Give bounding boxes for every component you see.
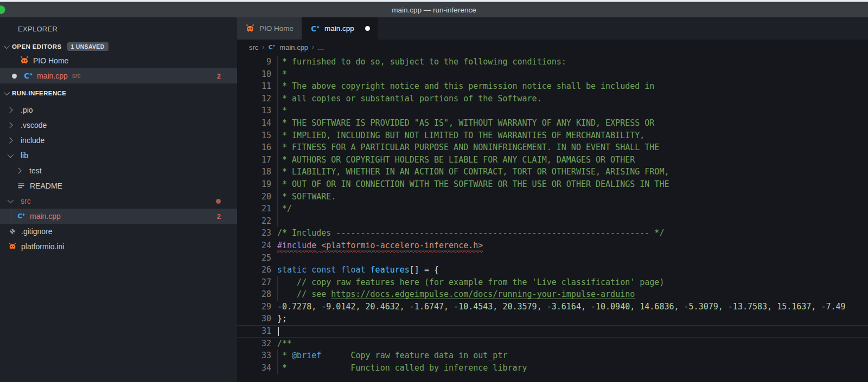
- code-line-34[interactable]: 34 * Function called by inference librar…: [237, 362, 868, 374]
- modified-dot-icon: [12, 74, 17, 79]
- title-bar: main.cpp — run-inference: [0, 2, 868, 17]
- code-line-17[interactable]: 17 * AUTHORS OR COPYRIGHT HOLDERS BE LIA…: [237, 154, 868, 166]
- indent-guide: [11, 209, 12, 224]
- code-line-29[interactable]: 29-0.7278, -9.0142, 20.4632, -1.6747, -1…: [237, 301, 868, 313]
- code-line-text: [271, 325, 277, 338]
- tab-main-cpp[interactable]: Cmain.cpp: [302, 17, 378, 40]
- explorer-sidebar: EXPLORER OPEN EDITORS 1 UNSAVED PIO Home…: [0, 17, 237, 382]
- tree-item-label: main.cpp: [30, 212, 61, 221]
- tree-item--pio[interactable]: .pio: [0, 102, 237, 118]
- chevron-right-icon: [7, 137, 12, 143]
- open-editors-section-header[interactable]: OPEN EDITORS 1 UNSAVED: [0, 40, 237, 53]
- code-line-text: [271, 215, 277, 228]
- code-line-18[interactable]: 18 * LIABILITY, WHETHER IN AN ACTION OF …: [237, 166, 868, 178]
- code-line-13[interactable]: 13 *: [237, 105, 868, 117]
- code-line-25[interactable]: 25: [237, 252, 868, 264]
- code-line-19[interactable]: 19 * OUT OF OR IN CONNECTION WITH THE SO…: [237, 178, 868, 191]
- cpp-icon: C: [310, 24, 320, 34]
- line-number: 20: [237, 191, 271, 203]
- editor-pane: PIO HomeCmain.cpp src›Cmain.cpp›... 9 * …: [237, 17, 868, 382]
- line-number: 25: [237, 252, 271, 264]
- code-line-text: */: [271, 203, 292, 215]
- tree-item--gitignore[interactable]: .gitignore: [0, 224, 237, 239]
- code-line-33[interactable]: 33 * @brief Copy raw feature data in out…: [237, 349, 868, 362]
- code-line-16[interactable]: 16 * FITNESS FOR A PARTICULAR PURPOSE AN…: [237, 141, 868, 154]
- explorer-title: EXPLORER: [0, 17, 237, 40]
- code-line-text: * AUTHORS OR COPYRIGHT HOLDERS BE LIABLE…: [271, 154, 635, 166]
- code-line-26[interactable]: 26static const float features[] = {: [237, 264, 868, 276]
- tree-item--vscode[interactable]: .vscode: [0, 118, 237, 133]
- code-line-9[interactable]: 9 * furnished to do so, subject to the f…: [237, 56, 868, 68]
- line-number: 27: [237, 276, 271, 289]
- breadcrumb: src›Cmain.cpp›...: [237, 40, 868, 55]
- line-number: 11: [237, 80, 271, 93]
- tree-item-main-cpp[interactable]: Cmain.cpp2: [0, 209, 237, 224]
- text-cursor: [278, 327, 279, 336]
- code-line-32[interactable]: 32/**: [237, 338, 868, 350]
- code-line-text: * SOFTWARE.: [271, 191, 336, 203]
- code-line-text: * THE SOFTWARE IS PROVIDED "AS IS", WITH…: [271, 117, 654, 130]
- breadcrumb-item[interactable]: ...: [318, 43, 324, 51]
- code-line-15[interactable]: 15 * IMPLIED, INCLUDING BUT NOT LIMITED …: [237, 130, 868, 142]
- workspace-section-header[interactable]: RUN-INFERENCE: [0, 87, 237, 100]
- tree-item-label: platformio.ini: [21, 242, 64, 251]
- open-editor-item-main-cpp[interactable]: Cmain.cppsrc2: [0, 68, 237, 83]
- code-line-21[interactable]: 21 */: [237, 203, 868, 215]
- error-squiggle: #include <platformio-accelero-inference.…: [277, 241, 483, 250]
- breadcrumb-item[interactable]: src: [249, 43, 258, 51]
- tree-item-label: lib: [21, 151, 28, 160]
- code-line-text: /**: [271, 338, 292, 350]
- code-line-14[interactable]: 14 * THE SOFTWARE IS PROVIDED "AS IS", W…: [237, 117, 868, 130]
- code-line-30[interactable]: 30};: [237, 313, 868, 325]
- traffic-light-green-button[interactable]: [0, 5, 5, 14]
- tree-item-label: include: [21, 136, 44, 145]
- tree-item-src[interactable]: src: [0, 193, 237, 209]
- platformio-icon: [20, 56, 29, 66]
- code-line-28[interactable]: 28 // see https://docs.edgeimpulse.com/d…: [237, 288, 868, 301]
- code-line-27[interactable]: 27 // copy raw features here (for exampl…: [237, 276, 868, 289]
- tree-item-platformio-ini[interactable]: platformio.ini: [0, 239, 237, 254]
- tree-item-label: .vscode: [21, 121, 47, 130]
- code-line-24[interactable]: 24#include <platformio-accelero-inferenc…: [237, 239, 868, 252]
- line-number: 12: [237, 93, 271, 105]
- svg-text:C: C: [269, 44, 273, 50]
- platformio-icon: [8, 242, 17, 251]
- line-number: 22: [237, 215, 271, 228]
- tree-item-label: .pio: [21, 106, 33, 114]
- cpp-icon: C: [23, 71, 33, 81]
- line-number: 28: [237, 288, 271, 301]
- line-number: 21: [237, 203, 271, 215]
- cpp-icon: C: [16, 211, 26, 221]
- code-line-22[interactable]: 22: [237, 215, 868, 228]
- tree-item-test[interactable]: test: [0, 163, 237, 178]
- code-editor[interactable]: 9 * furnished to do so, subject to the f…: [237, 55, 868, 382]
- code-line-10[interactable]: 10 *: [237, 68, 868, 81]
- code-line-text: * LIABILITY, WHETHER IN AN ACTION OF CON…: [271, 166, 669, 178]
- open-editor-detail: src: [72, 72, 81, 80]
- file-tree: .pio.vscodeincludelibtestREADMEsrcCmain.…: [0, 102, 237, 254]
- tree-item-include[interactable]: include: [0, 133, 237, 148]
- problems-count-badge: 2: [217, 72, 221, 80]
- code-line-12[interactable]: 12 * all copies or substantial portions …: [237, 93, 868, 105]
- tree-item-label: test: [29, 166, 42, 175]
- code-line-20[interactable]: 20 * SOFTWARE.: [237, 191, 868, 203]
- code-line-text: #include <platformio-accelero-inference.…: [271, 239, 483, 252]
- open-editors-list: PIO HomeCmain.cppsrc2: [0, 53, 237, 83]
- code-line-31[interactable]: 31: [237, 325, 868, 338]
- chevron-down-icon: [8, 197, 14, 203]
- code-line-text: *: [271, 68, 287, 81]
- code-line-text: * Function called by inference library: [271, 362, 527, 374]
- code-line-23[interactable]: 23/* Includes --------------------------…: [237, 227, 868, 239]
- line-number: 19: [237, 178, 271, 191]
- open-editor-item-pio-home[interactable]: PIO Home: [0, 53, 237, 68]
- breadcrumb-item[interactable]: main.cpp: [279, 43, 308, 51]
- code-line-text: * OUT OF OR IN CONNECTION WITH THE SOFTW…: [271, 178, 669, 191]
- tree-item-readme[interactable]: README: [0, 178, 237, 193]
- code-line-text: };: [271, 313, 287, 325]
- tree-item-lib[interactable]: lib: [0, 148, 237, 163]
- tab-label: PIO Home: [259, 24, 293, 33]
- code-line-11[interactable]: 11 * The above copyright notice and this…: [237, 80, 868, 93]
- tab-pio-home[interactable]: PIO Home: [237, 17, 302, 40]
- line-number: 31: [237, 325, 271, 338]
- problems-count-badge: 2: [217, 212, 221, 221]
